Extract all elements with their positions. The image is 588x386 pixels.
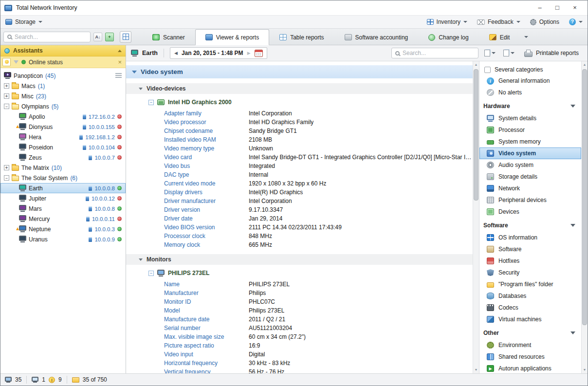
tab[interactable]: Viewer & reports [195,29,269,45]
edit-menu-caret[interactable] [522,32,531,42]
several-categories-toggle[interactable]: Several categories [479,64,581,75]
category-item[interactable]: General information [479,75,581,87]
tree-item[interactable]: Olympians (5) [0,101,126,111]
property-label[interactable]: Horizontal frequency [164,360,249,367]
copy-button[interactable] [501,49,516,57]
property-label[interactable]: Vertical frequency [164,368,249,373]
collapse-arrow-icon[interactable] [118,50,122,52]
property-label[interactable]: Monitor ID [164,298,249,305]
property-label[interactable]: Max. visible image size [164,333,249,340]
scroll-up-icon[interactable]: ▲ [582,61,588,68]
scroll-down-icon[interactable]: ▼ [582,367,588,373]
property-label[interactable]: Video card [164,154,249,161]
tree-item[interactable]: Mars 10.0.0.8 [0,203,126,214]
property-label[interactable]: Chipset codename [164,128,249,134]
device-row-gpu[interactable]: Intel HD Graphics 2000 [126,97,473,108]
tree-item[interactable]: Zeus 10.0.0.7 [0,152,126,163]
printable-reports-button[interactable]: Printable reports [520,48,583,58]
assistants-panel-header[interactable]: Assistants [0,45,126,56]
online-status-assistant[interactable]: Online status × [0,56,126,68]
subsection-video-devices[interactable]: Video-devices [126,83,473,94]
property-label[interactable]: Manufacture date [164,316,249,323]
property-label[interactable]: Current video mode [164,180,249,187]
tree-item[interactable]: Apollo 172.16.0.2 [0,111,126,122]
expander-icon[interactable] [4,104,9,109]
property-label[interactable]: Manufacturer [164,290,249,296]
tab[interactable]: Edit [479,29,520,45]
category-item[interactable]: Virtual machines [479,313,581,325]
feedback-menu[interactable]: Feedback [477,18,520,25]
export-button[interactable] [482,49,497,57]
property-label[interactable]: Video input [164,351,249,358]
category-item[interactable]: Software [479,243,581,255]
tree-item[interactable]: Poseidon 10.0.0.104 [0,142,126,152]
expander-icon[interactable] [4,93,9,99]
property-label[interactable]: Driver date [164,215,249,222]
category-item[interactable]: OS information [479,232,581,243]
storage-menu[interactable]: Storage [5,18,42,25]
property-label[interactable]: Video processor [164,119,249,126]
tree-item[interactable]: Hera 192.168.1.2 [0,132,126,142]
tree-item[interactable]: Dionysus 10.0.0.155 [0,122,126,132]
property-label[interactable]: Serial number [164,325,249,331]
category-item[interactable]: Peripheral devices [479,194,581,206]
tab[interactable]: Software accounting [334,29,419,45]
property-label[interactable]: Name [164,281,249,288]
collapse-box-icon[interactable] [148,271,154,276]
category-item[interactable]: Devices [479,206,581,218]
tab[interactable]: Change log [418,29,478,45]
tree-item[interactable]: Jupiter 10.0.0.12 [0,193,126,203]
tree-item[interactable]: Panopticon (45) [0,71,126,81]
category-item[interactable]: Databases [479,290,581,302]
scrollbar-thumb[interactable] [582,69,587,325]
category-item[interactable]: Autorun applications [479,363,581,373]
expander-icon[interactable] [4,175,9,181]
tree-item[interactable]: Uranus 10.0.0.9 [0,234,126,244]
category-item[interactable]: System memory [479,136,581,147]
property-label[interactable]: Processor clock [164,233,249,239]
tree-item[interactable]: Misc (23) [0,91,126,101]
category-item[interactable]: Shared resources [479,351,581,363]
property-label[interactable]: Video memory type [164,145,249,152]
category-item[interactable]: Environment [479,339,581,351]
tree-item[interactable]: Macs (1) [0,81,126,91]
category-item[interactable]: Storage details [479,171,581,183]
maximize-button[interactable]: □ [549,2,566,13]
tab[interactable]: Table reports [269,29,334,45]
property-label[interactable]: Display drivers [164,189,249,196]
category-item[interactable]: No alerts [479,87,581,98]
inventory-menu[interactable]: Inventory [427,18,467,25]
close-button[interactable]: × [566,2,584,13]
tree-item[interactable]: The Solar System (6) [0,173,126,183]
property-label[interactable]: Driver manufacturer [164,198,249,204]
group-menu-icon[interactable] [115,73,122,78]
category-section-header[interactable]: Other [479,327,581,339]
category-item[interactable]: System details [479,112,581,124]
tab[interactable]: Scanner [142,29,195,45]
property-label[interactable]: DAC type [164,171,249,178]
collapse-box-icon[interactable] [148,100,154,105]
property-label[interactable]: Picture aspect ratio [164,342,249,349]
property-label[interactable]: Driver version [164,206,249,213]
category-section-header[interactable]: Hardware [479,100,581,112]
category-item[interactable]: Network [479,183,581,194]
category-item[interactable]: Codecs [479,302,581,313]
category-item[interactable]: Video system [479,147,581,159]
scrollbar-thumb[interactable] [474,69,478,201]
add-device-icon[interactable]: + [105,33,114,41]
help-menu[interactable]: ? [569,18,583,25]
tree-item[interactable]: The Matrix (10) [0,163,126,173]
prev-snapshot-arrow-icon[interactable]: ◀ [174,51,178,55]
category-item[interactable]: Audio system [479,159,581,171]
panel-toggle-button[interactable] [120,31,131,43]
scroll-down-icon[interactable]: ▼ [473,367,479,373]
category-item[interactable]: "Program files" folder [479,278,581,290]
minimize-button[interactable]: – [531,2,549,13]
expander-icon[interactable] [4,165,9,170]
report-scrollbar[interactable]: ▲ ▼ [473,61,479,373]
report-search-input[interactable] [403,50,475,56]
device-row-monitor[interactable]: PHILIPS 273EL [126,268,473,278]
close-icon[interactable]: × [118,59,122,65]
property-label[interactable]: Video BIOS version [164,224,249,231]
category-scrollbar[interactable]: ▲ ▼ [581,61,588,373]
